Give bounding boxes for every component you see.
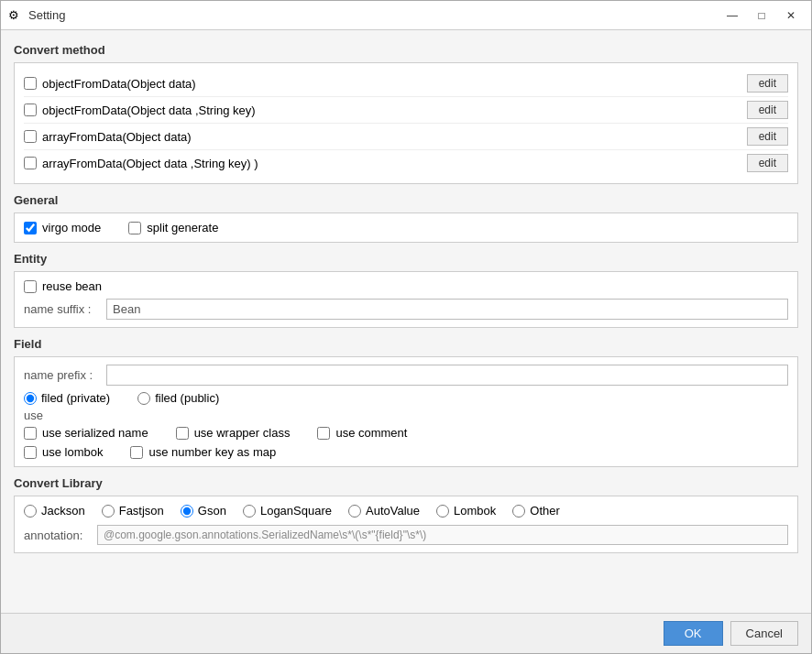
method-left-1: objectFromData(Object data ,String key) [24,104,256,117]
split-generate-checkbox[interactable] [128,222,141,234]
method-row-0: objectFromData(Object data) edit [24,71,788,97]
window-title: Setting [28,8,65,22]
edit-button-1[interactable]: edit [747,101,788,119]
method-label-2: arrayFromData(Object data) [42,130,192,144]
reuse-bean-label: reuse bean [42,279,102,293]
entity-title: Entity [14,252,798,266]
edit-button-3[interactable]: edit [747,154,788,172]
virgo-mode-checkbox[interactable] [24,222,37,234]
name-prefix-input[interactable] [106,365,788,386]
window-icon: ⚙ [8,8,23,23]
footer: OK Cancel [1,613,811,653]
reuse-bean-item: reuse bean [24,279,788,293]
lib-fastjson-item: Fastjson [102,504,164,518]
edit-button-0[interactable]: edit [747,74,788,93]
lib-logansquare-item: LoganSquare [243,504,332,518]
method-checkbox-3[interactable] [24,157,37,169]
filed-private-label: filed (private) [41,391,110,405]
use-wrapper-class-item: use wrapper class [176,426,291,440]
title-bar-left: ⚙ Setting [8,8,65,23]
settings-window: ⚙ Setting — □ ✕ Convert method objectFro… [0,0,812,654]
virgo-mode-label: virgo mode [42,221,101,234]
lib-other-radio[interactable] [512,505,525,518]
use-row-1: use serialized name use wrapper class us… [24,426,788,440]
library-row: Jackson Fastjson Gson LoganSquare AutoVa… [24,504,788,518]
use-serialized-name-checkbox[interactable] [24,427,37,440]
lib-other-label: Other [530,504,560,518]
method-label-0: objectFromData(Object data) [42,77,196,91]
lib-jackson-radio[interactable] [24,505,37,518]
name-suffix-label: name suffix : [24,302,97,316]
method-label-1: objectFromData(Object data ,String key) [42,104,256,117]
convert-library-section: Jackson Fastjson Gson LoganSquare AutoVa… [14,496,798,553]
filed-public-item: filed (public) [137,391,219,405]
field-radio-row: filed (private) filed (public) [24,391,788,405]
use-number-key-label: use number key as map [148,445,276,459]
use-comment-label: use comment [335,426,407,440]
filed-private-item: filed (private) [24,391,110,405]
lib-autovalue-label: AutoValue [366,504,420,518]
lib-logansquare-radio[interactable] [243,505,256,518]
filed-private-radio[interactable] [24,392,37,405]
use-number-key-checkbox[interactable] [130,446,143,459]
method-left-2: arrayFromData(Object data) [24,130,192,144]
use-lombok-item: use lombok [24,445,103,459]
field-name-row: name prefix : [24,365,788,386]
convert-library-title: Convert Library [14,476,798,490]
lib-logansquare-label: LoganSquare [260,504,332,518]
lib-lombok-radio[interactable] [436,505,449,518]
general-section: virgo mode split generate [14,213,798,243]
annotation-row: annotation: [24,525,788,545]
split-generate-item: split generate [128,221,218,234]
method-checkbox-1[interactable] [24,104,37,116]
method-checkbox-0[interactable] [24,77,37,90]
lib-autovalue-radio[interactable] [348,505,361,518]
field-title: Field [14,337,798,351]
annotation-input[interactable] [97,525,788,545]
name-suffix-row: name suffix : [24,299,788,320]
minimize-button[interactable]: — [719,6,745,25]
close-button[interactable]: ✕ [778,6,804,25]
lib-lombok-label: Lombok [454,504,496,518]
lib-fastjson-radio[interactable] [102,505,115,518]
method-left-3: arrayFromData(Object data ,String key) ) [24,157,258,170]
use-wrapper-class-checkbox[interactable] [176,427,189,440]
lib-lombok-item: Lombok [436,504,496,518]
general-title: General [14,193,798,207]
reuse-bean-checkbox[interactable] [24,280,37,293]
use-lombok-checkbox[interactable] [24,446,37,459]
method-row-2: arrayFromData(Object data) edit [24,124,788,150]
convert-method-title: Convert method [14,43,798,57]
convert-method-section: objectFromData(Object data) edit objectF… [14,62,798,184]
use-number-key-item: use number key as map [130,445,276,459]
name-prefix-label: name prefix : [24,368,97,382]
lib-autovalue-item: AutoValue [348,504,420,518]
content-area: Convert method objectFromData(Object dat… [1,30,811,613]
filed-public-radio[interactable] [137,392,150,405]
method-row-3: arrayFromData(Object data ,String key) )… [24,150,788,176]
lib-jackson-label: Jackson [41,504,85,518]
use-row-2: use lombok use number key as map [24,445,788,459]
method-checkbox-2[interactable] [24,130,37,143]
general-row: virgo mode split generate [24,221,788,234]
ok-button[interactable]: OK [664,621,723,646]
maximize-button[interactable]: □ [749,6,774,25]
use-serialized-name-item: use serialized name [24,426,148,440]
lib-gson-radio[interactable] [181,505,193,518]
lib-gson-item: Gson [181,504,226,518]
entity-section: reuse bean name suffix : [14,271,798,328]
method-label-3: arrayFromData(Object data ,String key) ) [42,157,258,170]
cancel-button[interactable]: Cancel [730,621,798,646]
method-row-1: objectFromData(Object data ,String key) … [24,97,788,124]
use-lombok-label: use lombok [42,445,103,459]
use-comment-checkbox[interactable] [317,427,330,440]
filed-public-label: filed (public) [155,391,219,405]
lib-other-item: Other [512,504,560,518]
name-suffix-input[interactable] [106,299,788,320]
edit-button-2[interactable]: edit [747,127,788,146]
virgo-mode-item: virgo mode [24,221,101,234]
title-controls: — □ ✕ [719,6,804,25]
lib-jackson-item: Jackson [24,504,85,518]
lib-fastjson-label: Fastjson [119,504,164,518]
title-bar: ⚙ Setting — □ ✕ [1,1,811,30]
